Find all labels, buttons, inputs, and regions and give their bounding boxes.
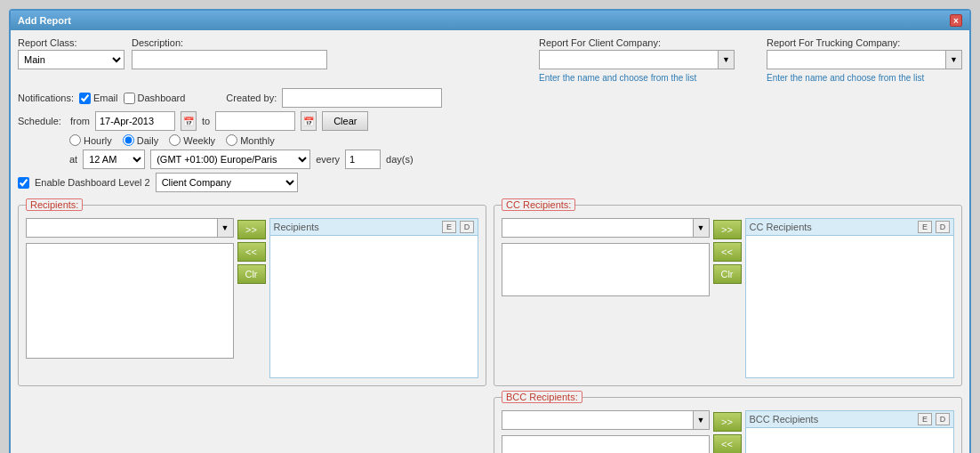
bcc-source-list[interactable] [502, 435, 710, 453]
from-date-input[interactable] [95, 111, 175, 131]
weekly-radio[interactable] [169, 134, 181, 146]
recipients-add-btn[interactable]: >> [237, 220, 266, 239]
client-company-select[interactable]: Client Company [156, 173, 298, 192]
cc-sort-d[interactable]: D [936, 221, 950, 233]
created-by-label: Created by: [226, 93, 277, 103]
cc-clr-btn[interactable]: Clr [713, 264, 742, 284]
cc-add-btn[interactable]: >> [713, 220, 742, 239]
daily-radio-item: Daily [123, 134, 158, 146]
daily-label: Daily [137, 135, 158, 146]
monthly-radio-item: Monthly [226, 134, 275, 146]
report-for-client-input[interactable] [539, 50, 719, 69]
bcc-combo-arrow[interactable]: ▼ [694, 410, 710, 430]
to-date-input[interactable] [215, 111, 295, 131]
dashboard-checkbox[interactable] [124, 93, 135, 104]
add-report-window: Add Report × Report Class: Main Descript… [9, 9, 971, 453]
recipients-combo-arrow[interactable]: ▼ [218, 218, 234, 238]
bcc-table-body [746, 428, 954, 453]
schedule-row: Schedule: from 📅 to 📅 Clear [18, 111, 368, 131]
recipients-sort-d[interactable]: D [460, 221, 474, 233]
weekly-label: Weekly [183, 135, 215, 146]
report-for-client-combo: ▼ [539, 50, 735, 69]
enable-dashboard-row: Enable Dashboard Level 2 Client Company [18, 173, 298, 192]
monthly-label: Monthly [240, 135, 275, 146]
to-calendar-btn[interactable]: 📅 [301, 111, 317, 131]
recipients-combo: ▼ [26, 218, 234, 238]
cc-source-list[interactable] [502, 243, 710, 296]
cc-combo: ▼ [502, 218, 710, 238]
cc-table: CC Recipients E D [745, 218, 955, 378]
cc-col-label: CC Recipients [750, 222, 812, 232]
daily-radio[interactable] [123, 134, 134, 146]
cc-sort-btns: E D [918, 221, 950, 233]
recipients-source-list[interactable] [26, 243, 234, 359]
report-for-trucking-label: Report For Trucking Company: [767, 37, 962, 48]
bcc-section: BCC Recipients: ▼ >> << Clr [494, 397, 962, 453]
dashboard-checkbox-group: Dashboard [124, 93, 186, 104]
every-label: every [316, 154, 340, 165]
notifications-label: Notifications: [18, 93, 74, 103]
bcc-sort-btns: E D [918, 413, 950, 425]
time-select[interactable]: 12 AM [83, 150, 145, 169]
created-by-input[interactable] [282, 88, 442, 108]
bcc-sort-d[interactable]: D [936, 413, 950, 425]
dashboard-label: Dashboard [138, 93, 186, 103]
cc-combo-arrow[interactable]: ▼ [694, 218, 710, 238]
bcc-sort-e[interactable]: E [918, 413, 932, 425]
notifications-row: Notifications: Email Dashboard Created b… [18, 88, 442, 108]
recipients-table-header: Recipients E D [270, 219, 478, 236]
description-input[interactable] [132, 50, 327, 69]
hourly-radio[interactable] [69, 134, 81, 146]
recipients-sort-e[interactable]: E [442, 221, 456, 233]
bcc-add-btn[interactable]: >> [713, 412, 742, 432]
window-title: Add Report [18, 15, 71, 26]
from-calendar-btn[interactable]: 📅 [181, 111, 197, 131]
recipients-search-input[interactable] [26, 218, 218, 238]
from-label: from [70, 116, 90, 126]
description-label: Description: [132, 37, 498, 48]
recipients-remove-btn[interactable]: << [237, 242, 266, 262]
time-row: at 12 AM (GMT +01:00) Europe/Paris every… [69, 150, 414, 169]
bcc-col-label: BCC Recipients [750, 414, 819, 425]
row-1: Report Class: Main Description: Report F… [18, 37, 962, 83]
hourly-radio-item: Hourly [69, 134, 112, 146]
frequency-radio-group: Hourly Daily Weekly Monthly [69, 134, 275, 146]
cc-section-label: CC Recipients: [502, 198, 575, 211]
report-class-group: Report Class: Main [18, 37, 125, 69]
form-content: Report Class: Main Description: Report F… [11, 30, 969, 453]
cc-sort-e[interactable]: E [918, 221, 932, 233]
bottom-section: Recipients: ▼ >> << Clr [18, 198, 962, 453]
cc-search-input[interactable] [502, 218, 694, 238]
recipients-area: ▼ >> << Clr Recipients [26, 218, 478, 378]
recipients-sort-btns: E D [442, 221, 474, 233]
interval-input[interactable] [345, 150, 381, 169]
cc-bcc-panel: CC Recipients: ▼ >> << Clr [494, 198, 962, 453]
bcc-remove-btn[interactable]: << [713, 434, 742, 453]
report-for-client-label: Report For Client Company: [539, 37, 735, 48]
monthly-radio[interactable] [226, 134, 237, 146]
report-for-client-arrow[interactable]: ▼ [719, 50, 735, 69]
cc-remove-btn[interactable]: << [713, 242, 742, 262]
report-for-trucking-arrow[interactable]: ▼ [946, 50, 962, 69]
recipients-clr-btn[interactable]: Clr [237, 264, 266, 284]
weekly-radio-item: Weekly [169, 134, 215, 146]
email-checkbox[interactable] [79, 93, 91, 104]
report-for-trucking-input[interactable] [767, 50, 946, 69]
timezone-select[interactable]: (GMT +01:00) Europe/Paris [150, 150, 310, 169]
recipients-panel: Recipients: ▼ >> << Clr [18, 198, 486, 453]
enable-dashboard-checkbox[interactable] [18, 177, 29, 189]
description-group: Description: [132, 37, 498, 69]
recipients-btn-group: >> << Clr [237, 218, 266, 284]
bcc-search-input[interactable] [502, 410, 694, 430]
report-class-select[interactable]: Main [18, 50, 125, 69]
cc-section: CC Recipients: ▼ >> << Clr [494, 205, 962, 386]
report-for-trucking-hint: Enter the name and choose from the list [767, 73, 962, 83]
bcc-table-header: BCC Recipients E D [746, 411, 954, 428]
close-button[interactable]: × [950, 14, 962, 27]
cc-table-body [746, 236, 954, 377]
recipients-section-label: Recipients: [26, 198, 83, 211]
email-checkbox-group: Email [79, 93, 118, 104]
clear-button[interactable]: Clear [322, 111, 368, 131]
schedule-label: Schedule: [18, 116, 61, 126]
title-bar: Add Report × [11, 11, 969, 30]
